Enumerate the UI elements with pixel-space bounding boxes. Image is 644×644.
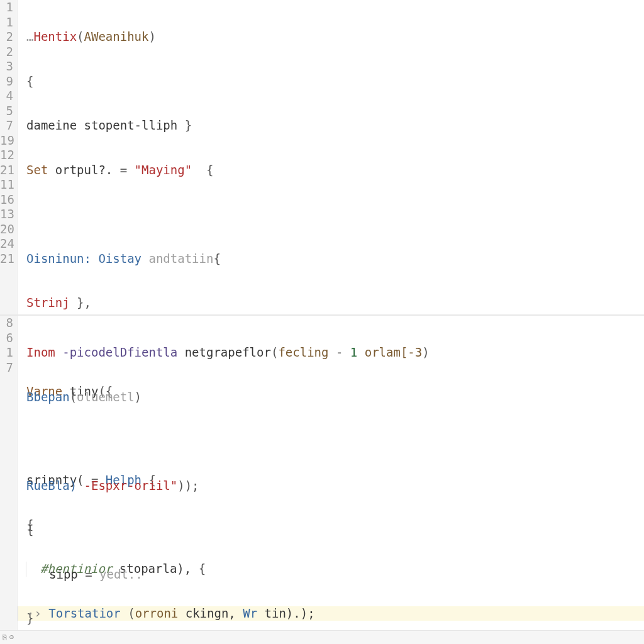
- token-param: orlam[-3: [365, 345, 423, 359]
- line-number: 21: [0, 163, 13, 178]
- token: {: [26, 74, 33, 88]
- token: RueBla): [26, 479, 84, 492]
- line-number: 1: [0, 345, 13, 360]
- token-keyword: Set: [26, 163, 55, 177]
- token: {: [213, 252, 220, 265]
- line-number: 1: [0, 15, 13, 30]
- line-number: 13: [0, 207, 13, 222]
- code-line[interactable]: [26, 434, 644, 449]
- code-line[interactable]: sipp = yedt..: [26, 567, 644, 582]
- code-line[interactable]: [26, 207, 644, 222]
- token: (: [271, 345, 278, 359]
- line-number: 8: [0, 316, 13, 331]
- status-face-icon[interactable]: ☺: [9, 630, 14, 644]
- token-number: 1: [350, 345, 365, 359]
- token: Oistay: [98, 252, 148, 265]
- token: ): [135, 390, 142, 404]
- token: (: [70, 390, 77, 404]
- token-keyword: Hentix: [33, 30, 77, 43]
- line-number: 11: [0, 177, 13, 192]
- editor-pane-top[interactable]: 1 1 2 2 3 9 4 5 7 19 12 21 11 16 13 20 2…: [0, 0, 644, 314]
- line-number: [0, 375, 13, 390]
- status-bar[interactable]: ⎘ ☺: [0, 630, 644, 644]
- code-line[interactable]: RueBla) -Espxr-oriil"));: [26, 479, 644, 494]
- token: -Espxr-oriil": [84, 479, 178, 492]
- token: netgrapeflor: [185, 345, 271, 359]
- token: -: [336, 345, 350, 359]
- code-line[interactable]: dameine stopent-lliph }: [26, 118, 644, 133]
- code-area-bottom[interactable]: Inom -picodelDfientla netgrapeflor(fecli…: [18, 316, 644, 644]
- line-number-gutter-bottom[interactable]: 8 6 1 7: [0, 316, 18, 644]
- code-area-top[interactable]: …Hentix(AWeanihuk) { dameine stopent-lli…: [18, 0, 644, 314]
- line-number: 5: [0, 104, 13, 119]
- line-number: 7: [0, 118, 13, 133]
- token: Bbepan: [26, 390, 70, 404]
- line-number: 1: [0, 0, 13, 15]
- code-line[interactable]: Oisninun: Oistay andtatiin{: [26, 252, 644, 267]
- code-line[interactable]: Bbepan(oluemetl): [26, 390, 644, 405]
- line-number: 7: [0, 360, 13, 375]
- token-string: "Maying": [135, 163, 192, 177]
- token: }: [26, 611, 33, 625]
- token: sipp: [49, 567, 85, 581]
- token: oluemetl: [77, 390, 135, 404]
- token: =: [120, 163, 135, 177]
- token-keyword: Inom: [26, 345, 62, 359]
- line-number: 9: [0, 74, 13, 89]
- line-number: [0, 449, 13, 464]
- line-number: 16: [0, 192, 13, 208]
- code-editor: 1 1 2 2 3 9 4 5 7 19 12 21 11 16 13 20 2…: [0, 0, 644, 644]
- token: }: [185, 118, 192, 132]
- token: },: [77, 296, 91, 309]
- line-number: 2: [0, 30, 13, 45]
- code-line[interactable]: Inom -picodelDfientla netgrapeflor(fecli…: [26, 345, 644, 360]
- token: ): [149, 30, 156, 43]
- line-number: [0, 390, 13, 405]
- token-param: fecling: [278, 345, 336, 359]
- token: ): [422, 345, 429, 359]
- token: {: [26, 523, 33, 536]
- token-keyword: Strinj: [26, 296, 77, 309]
- token: stopent-lliph: [84, 118, 185, 132]
- token: -picodelDfientla: [62, 345, 184, 359]
- line-number: 21: [0, 252, 13, 267]
- code-line[interactable]: Set ortpul?. = "Maying" {: [26, 163, 644, 178]
- token: andtatiin: [148, 252, 213, 265]
- line-number: 20: [0, 222, 13, 237]
- line-number: [0, 404, 13, 419]
- status-copy-icon[interactable]: ⎘: [3, 630, 7, 644]
- line-number-gutter-top[interactable]: 1 1 2 2 3 9 4 5 7 19 12 21 11 16 13 20 2…: [0, 0, 18, 314]
- token: =: [85, 567, 99, 581]
- token: ));: [177, 479, 199, 492]
- line-number: 19: [0, 133, 13, 148]
- code-line[interactable]: }: [26, 611, 644, 626]
- code-line[interactable]: {: [26, 523, 644, 538]
- token: (: [77, 30, 84, 43]
- token: dameine: [26, 118, 84, 132]
- line-number: 24: [0, 236, 13, 252]
- token: yedt..: [99, 567, 143, 581]
- token: {: [192, 163, 213, 177]
- code-line[interactable]: Strinj },: [26, 296, 644, 311]
- code-line[interactable]: {: [26, 74, 644, 89]
- token-param: AWeanihuk: [84, 30, 149, 43]
- line-number: 12: [0, 148, 13, 163]
- line-number: [0, 419, 13, 435]
- code-line[interactable]: …Hentix(AWeanihuk): [26, 30, 644, 45]
- token: …: [26, 30, 33, 43]
- line-number: 2: [0, 45, 13, 60]
- token: ortpul?.: [55, 163, 120, 177]
- line-number: [0, 434, 13, 449]
- token: Oisninun:: [26, 252, 98, 265]
- editor-pane-bottom[interactable]: 8 6 1 7 Inom -picodelDfientla netgrapefl…: [0, 316, 644, 644]
- line-number: 4: [0, 89, 13, 104]
- line-number: 6: [0, 331, 13, 346]
- line-number: 3: [0, 59, 13, 74]
